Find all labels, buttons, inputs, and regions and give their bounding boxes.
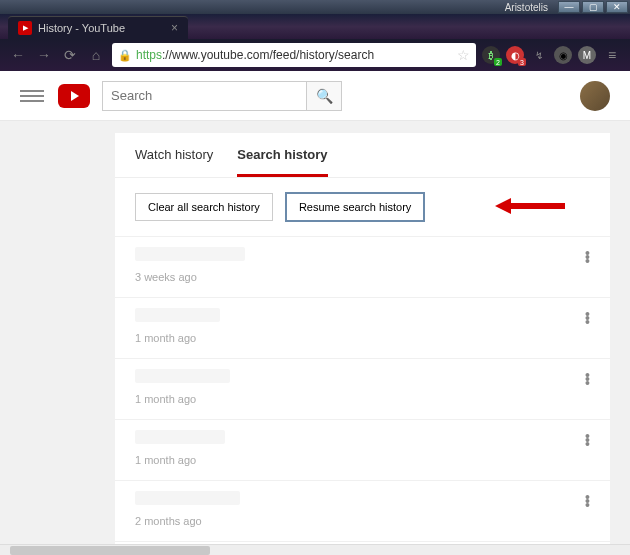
extension-icon-4[interactable]: ◉ (554, 46, 572, 64)
browser-toolbar: ← → ⟳ ⌂ 🔒 https ://www.youtube.com/feed/… (0, 39, 630, 71)
content-area: 🔍 Watch history Search history Clear all… (0, 71, 630, 544)
search-button[interactable]: 🔍 (306, 81, 342, 111)
window-titlebar: Aristotelis — ▢ ✕ (0, 0, 630, 14)
history-time: 3 weeks ago (135, 271, 590, 283)
history-item: 3 weeks ago••• (115, 236, 610, 297)
history-tabs: Watch history Search history (115, 133, 610, 178)
browser-tab-bar: History - YouTube × (0, 14, 630, 39)
user-avatar[interactable] (580, 81, 610, 111)
clear-all-button[interactable]: Clear all search history (135, 193, 273, 221)
item-menu-icon[interactable]: ••• (585, 312, 590, 324)
lock-icon: 🔒 (118, 49, 132, 62)
tab-search-history[interactable]: Search history (237, 147, 327, 177)
search-input[interactable] (102, 81, 306, 111)
history-time: 1 month ago (135, 393, 590, 405)
item-menu-icon[interactable]: ••• (585, 251, 590, 263)
history-item: 1 month ago••• (115, 358, 610, 419)
horizontal-scrollbar[interactable] (0, 544, 630, 555)
history-time: 1 month ago (135, 454, 590, 466)
maximize-button[interactable]: ▢ (582, 1, 604, 13)
tab-close-icon[interactable]: × (171, 21, 178, 35)
youtube-logo-icon[interactable] (58, 84, 90, 108)
tab-watch-history[interactable]: Watch history (135, 147, 213, 177)
youtube-header: 🔍 (0, 71, 630, 121)
actions-row: Clear all search history Resume search h… (115, 178, 610, 236)
extension-icon-1[interactable]: ₿2 (482, 46, 500, 64)
extension-icon-2[interactable]: ◐3 (506, 46, 524, 64)
history-card: Watch history Search history Clear all s… (115, 133, 610, 544)
close-window-button[interactable]: ✕ (606, 1, 628, 13)
history-item: 2 months ago••• (115, 480, 610, 541)
history-item: 1 month ago••• (115, 419, 610, 480)
youtube-favicon-icon (18, 21, 32, 35)
history-time: 2 months ago (135, 515, 590, 527)
bookmark-star-icon[interactable]: ☆ (457, 47, 470, 63)
url-protocol: https (136, 48, 162, 62)
home-button[interactable]: ⌂ (86, 45, 106, 65)
extension-icon-3[interactable]: ↯ (530, 46, 548, 64)
address-bar[interactable]: 🔒 https ://www.youtube.com/feed/history/… (112, 43, 476, 67)
browser-menu-button[interactable]: ≡ (602, 45, 622, 65)
search-container: 🔍 (102, 81, 342, 111)
item-menu-icon[interactable]: ••• (585, 495, 590, 507)
url-path: ://www.youtube.com/feed/history/search (162, 48, 374, 62)
forward-button[interactable]: → (34, 45, 54, 65)
hamburger-menu-icon[interactable] (20, 84, 44, 108)
minimize-button[interactable]: — (558, 1, 580, 13)
red-arrow-annotation (495, 196, 565, 216)
window-controls: — ▢ ✕ (556, 1, 628, 13)
user-label: Aristotelis (505, 2, 548, 13)
history-list: 3 weeks ago•••1 month ago•••1 month ago•… (115, 236, 610, 544)
content-scroll[interactable]: 🔍 Watch history Search history Clear all… (0, 71, 630, 544)
history-query-redacted (135, 369, 230, 383)
tab-title: History - YouTube (38, 22, 125, 34)
item-menu-icon[interactable]: ••• (585, 434, 590, 446)
history-query-redacted (135, 491, 240, 505)
resume-search-history-button[interactable]: Resume search history (285, 192, 426, 222)
svg-marker-1 (495, 198, 511, 214)
history-item: 1 month ago••• (115, 297, 610, 358)
history-query-redacted (135, 247, 245, 261)
extension-icon-5[interactable]: M (578, 46, 596, 64)
item-menu-icon[interactable]: ••• (585, 373, 590, 385)
back-button[interactable]: ← (8, 45, 28, 65)
browser-tab[interactable]: History - YouTube × (8, 16, 188, 39)
history-time: 1 month ago (135, 332, 590, 344)
scrollbar-thumb[interactable] (10, 546, 210, 555)
reload-button[interactable]: ⟳ (60, 45, 80, 65)
history-query-redacted (135, 308, 220, 322)
history-query-redacted (135, 430, 225, 444)
